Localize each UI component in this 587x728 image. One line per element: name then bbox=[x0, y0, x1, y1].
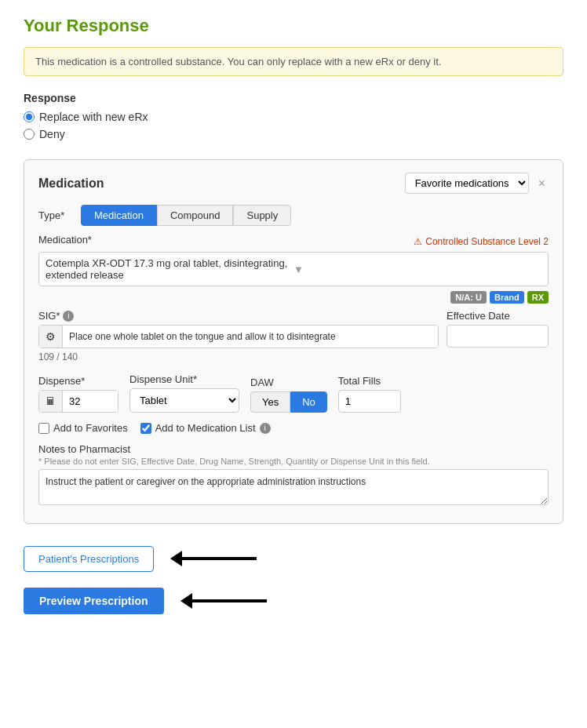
type-buttons: Medication Compound Supply bbox=[81, 205, 291, 226]
patients-prescriptions-row: Patient's Prescriptions bbox=[24, 543, 563, 574]
dispense-group: Dispense* 🖩 bbox=[38, 375, 118, 413]
badge-rx: RX bbox=[527, 291, 549, 304]
type-label: Type* bbox=[38, 209, 70, 221]
sig-effective-row: SIG* i ⚙ 109 / 140 Effective Date bbox=[38, 310, 549, 370]
svg-marker-1 bbox=[170, 551, 182, 566]
close-button[interactable]: × bbox=[535, 177, 549, 191]
medication-card: Medication Favorite medications × Type* … bbox=[24, 159, 563, 524]
add-to-favorites-input[interactable] bbox=[38, 423, 49, 434]
response-label: Response bbox=[24, 92, 563, 104]
radio-deny-label: Deny bbox=[39, 128, 65, 140]
radio-group: Replace with new eRx Deny bbox=[24, 111, 563, 140]
patients-prescriptions-arrow bbox=[166, 543, 261, 574]
card-title: Medication bbox=[38, 177, 104, 191]
medication-field: Medication* Controlled Substance Level 2… bbox=[38, 234, 549, 304]
controlled-substance-badge: Controlled Substance Level 2 bbox=[414, 236, 549, 247]
dispense-unit-group: Dispense Unit* Tablet Capsule ML Each bbox=[129, 373, 239, 413]
add-to-medication-list-input[interactable] bbox=[140, 423, 151, 434]
arrow-left-patients bbox=[166, 543, 261, 574]
alert-box: This medication is a controlled substanc… bbox=[24, 47, 563, 76]
dispense-unit-select[interactable]: Tablet Capsule ML Each bbox=[129, 388, 239, 413]
card-header-right: Favorite medications × bbox=[405, 173, 549, 194]
medication-dropdown-icon[interactable]: ▼ bbox=[294, 264, 541, 275]
actions-section: Patient's Prescriptions Preview Prescrip… bbox=[24, 543, 563, 617]
sig-left: SIG* i ⚙ 109 / 140 bbox=[38, 310, 439, 370]
add-to-favorites-checkbox[interactable]: Add to Favorites bbox=[38, 422, 128, 434]
notes-sublabel: * Please do not enter SIG, Effective Dat… bbox=[38, 457, 549, 466]
sig-input-container: ⚙ bbox=[38, 325, 439, 348]
badge-brand: Brand bbox=[490, 291, 524, 304]
sig-label: SIG* i bbox=[38, 310, 74, 322]
sig-input[interactable] bbox=[63, 326, 438, 348]
dispense-unit-label: Dispense Unit* bbox=[129, 373, 239, 385]
total-fills-label: Total Fills bbox=[338, 375, 401, 387]
dispense-calc-icon: 🖩 bbox=[39, 391, 63, 412]
sig-gear-icon[interactable]: ⚙ bbox=[39, 326, 63, 348]
daw-group: DAW Yes No bbox=[250, 377, 327, 413]
effective-date-input[interactable] bbox=[447, 325, 549, 348]
medication-list-info-icon[interactable]: i bbox=[260, 423, 271, 434]
svg-marker-3 bbox=[180, 593, 192, 609]
sig-label-row: SIG* i bbox=[38, 310, 439, 322]
medication-field-label: Medication* bbox=[38, 234, 92, 246]
medication-input-container[interactable]: Cotempla XR-ODT 17.3 mg oral tablet, dis… bbox=[38, 252, 549, 286]
daw-no-button[interactable]: No bbox=[290, 391, 327, 413]
notes-textarea[interactable]: Instruct the patient or caregiver on the… bbox=[38, 469, 549, 505]
sig-input-row: ⚙ bbox=[38, 325, 439, 348]
total-fills-group: Total Fills bbox=[338, 375, 401, 413]
radio-replace[interactable]: Replace with new eRx bbox=[24, 111, 563, 123]
dispense-row: Dispense* 🖩 Dispense Unit* Tablet Capsul… bbox=[38, 373, 549, 413]
patients-prescriptions-button[interactable]: Patient's Prescriptions bbox=[24, 546, 154, 572]
badge-na: N/A: U bbox=[450, 291, 487, 304]
add-to-medication-list-checkbox[interactable]: Add to Medication List i bbox=[140, 422, 271, 434]
radio-replace-label: Replace with new eRx bbox=[39, 111, 148, 123]
type-row: Type* Medication Compound Supply bbox=[38, 205, 549, 226]
type-btn-supply[interactable]: Supply bbox=[233, 205, 291, 226]
medication-value: Cotempla XR-ODT 17.3 mg oral tablet, dis… bbox=[46, 257, 294, 281]
radio-deny-input[interactable] bbox=[24, 129, 35, 140]
sig-info-icon[interactable]: i bbox=[63, 311, 74, 322]
preview-prescription-button[interactable]: Preview Prescription bbox=[24, 588, 164, 614]
notes-label: Notes to Pharmacist bbox=[38, 443, 549, 455]
arrow-left-preview bbox=[177, 585, 271, 617]
medication-label-row: Medication* Controlled Substance Level 2 bbox=[38, 234, 549, 249]
favorite-medications-select[interactable]: Favorite medications bbox=[405, 173, 529, 194]
dispense-input[interactable] bbox=[63, 391, 118, 412]
char-count: 109 / 140 bbox=[38, 351, 439, 362]
alert-text: This medication is a controlled substanc… bbox=[35, 56, 441, 67]
radio-replace-input[interactable] bbox=[24, 111, 35, 122]
type-btn-medication[interactable]: Medication bbox=[81, 205, 157, 226]
badges-row: N/A: U Brand RX bbox=[38, 291, 549, 304]
response-section: Response Replace with new eRx Deny bbox=[24, 92, 563, 140]
preview-prescription-arrow bbox=[177, 585, 271, 617]
preview-prescription-row: Preview Prescription bbox=[24, 585, 563, 617]
daw-yes-button[interactable]: Yes bbox=[250, 391, 290, 413]
page-title: Your Response bbox=[24, 16, 563, 36]
dispense-label: Dispense* bbox=[38, 375, 118, 387]
radio-deny[interactable]: Deny bbox=[24, 128, 563, 140]
dispense-input-container: 🖩 bbox=[38, 390, 118, 413]
add-to-favorites-label: Add to Favorites bbox=[53, 422, 128, 434]
daw-buttons: Yes No bbox=[250, 391, 327, 413]
sig-right: Effective Date bbox=[447, 310, 549, 348]
add-to-medication-list-label: Add to Medication List bbox=[155, 422, 256, 434]
checkboxes-row: Add to Favorites Add to Medication List … bbox=[38, 422, 549, 434]
total-fills-input[interactable] bbox=[338, 390, 401, 413]
daw-label: DAW bbox=[250, 377, 327, 388]
card-header: Medication Favorite medications × bbox=[38, 173, 549, 194]
effective-date-label: Effective Date bbox=[447, 310, 549, 322]
type-btn-compound[interactable]: Compound bbox=[157, 205, 234, 226]
notes-section: Notes to Pharmacist * Please do not ente… bbox=[38, 443, 549, 508]
